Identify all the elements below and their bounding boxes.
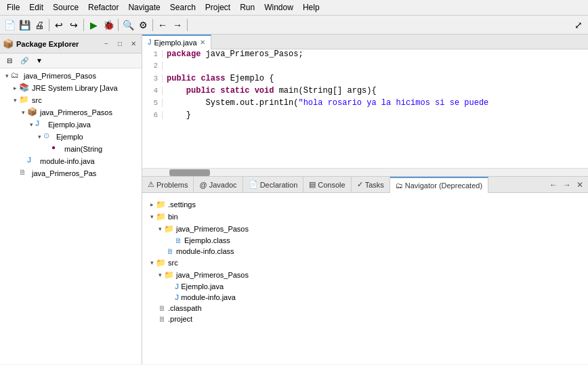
nav-item-settings[interactable]: ▸ 📁 .settings [145,198,585,211]
method-icon: ● [51,144,62,154]
menu-window[interactable]: Window [260,1,297,14]
nav-forward-btn[interactable]: → [561,180,573,190]
editor-tab-label: Ejemplo.java [154,39,197,47]
menu-project[interactable]: Project [201,1,234,14]
back-btn[interactable]: ← [156,18,169,32]
maximize-btn[interactable]: ⤢ [572,18,585,32]
forward-btn[interactable]: → [171,18,184,32]
java-tab-icon: J [148,39,152,46]
main-toolbar: 📄 💾 🖨 ↩ ↪ ▶ 🐞 🔍 ⚙ ← → ⤢ [0,16,588,35]
tree-item-ejemplo-class[interactable]: ▾ ⊙ Ejemplo [0,131,142,143]
tab-label: Problems [156,181,188,189]
arrow-right-icon: ▸ [150,201,154,208]
link-editor-btn[interactable]: 🔗 [18,54,31,68]
nav-item-ejemplo-java[interactable]: J Ejemplo.java [145,281,585,292]
tab-declaration[interactable]: 📄 Declaration [243,177,304,193]
navigator-tree: ▸ 📁 .settings ▾ 📁 bin ▾ [145,196,585,327]
debug-btn[interactable]: 🐞 [102,18,115,32]
nav-item-project-file[interactable]: 🗎 .project [145,314,585,324]
menu-search[interactable]: Search [166,1,200,14]
editor-tabs: J Ejemplo.java ✕ [142,35,588,49]
menu-help[interactable]: Help [299,1,324,14]
sep4 [152,19,153,31]
close-panel-btn[interactable]: ✕ [128,39,139,49]
package-icon: 📦 [27,107,38,118]
bottom-tabs: ⚠ Problems @ Javadoc 📄 Declaration ▤ Con… [142,177,588,193]
tree-item-jar[interactable]: 🗎 java_Primeros_Pas [0,167,142,179]
nav-item-src-pkg[interactable]: ▾ 📁 java_Primeros_Pasos [145,269,585,281]
java-file-icon: J [35,119,46,130]
java-file-icon2: J [175,293,179,301]
nav-back-btn[interactable]: ← [547,180,560,190]
collapse-all-btn[interactable]: ⊟ [3,54,16,68]
tree-item-module-info[interactable]: J module-info.java [0,155,142,167]
tab-console[interactable]: ▤ Console [303,177,351,193]
menu-edit[interactable]: Edit [25,1,47,14]
tree-item-src[interactable]: ▾ 📁 src [0,94,142,106]
run-btn[interactable]: ▶ [87,18,100,32]
tab-label: Tasks [365,181,384,189]
tree-label: Ejemplo [56,133,83,141]
tree-item-jre[interactable]: ▸ 📚 JRE System Library [Java [0,82,142,94]
print-btn[interactable]: 🖨 [33,18,46,32]
scroll-thumb[interactable] [169,169,210,176]
arrow-down-icon: ▾ [159,226,162,232]
folder-icon: 📁 [156,258,166,267]
package-explorer-tree: ▾ 🗂 java_Primeros_Pasos ▸ 📚 JRE System L… [0,68,142,364]
new-btn[interactable]: 📄 [3,18,16,32]
tree-item-main-method[interactable]: ● main(String [0,143,142,155]
bottom-toolbar-right: ← → ✕ [547,180,588,190]
code-content: package java_Primeros_Pasos; [167,49,303,59]
package-explorer-header: 📦 Package Explorer − □ ✕ [0,35,142,53]
nav-item-bin-pkg[interactable]: ▾ 📁 java_Primeros_Pasos [145,223,585,235]
expand-arrow: ▾ [27,121,35,128]
nav-item-module-java[interactable]: J module-info.java [145,292,585,303]
bottom-panel: ⚠ Problems @ Javadoc 📄 Declaration ▤ Con… [142,177,588,364]
editor-tab-ejemplo[interactable]: J Ejemplo.java ✕ [142,35,211,49]
redo-btn[interactable]: ↪ [67,18,81,32]
maximize-panel-btn[interactable]: □ [114,39,125,49]
tab-navigator[interactable]: 🗂 Navigator (Deprecated) [390,177,488,193]
tree-label: java_Primeros_Pasos [24,72,96,80]
refactor-btn[interactable]: ⚙ [136,18,150,32]
menu-source[interactable]: Source [49,1,83,14]
menu-file[interactable]: File [3,1,24,14]
menu-navigate[interactable]: Navigate [124,1,164,14]
code-line-1: 1 package java_Primeros_Pasos; [142,49,588,62]
nav-label: module-info.class [176,247,234,255]
expand-arrow: ▾ [3,72,11,79]
main-layout: 📦 Package Explorer − □ ✕ ⊟ 🔗 ▼ ▾ 🗂 java_… [0,35,588,364]
nav-item-module-class[interactable]: 🗎 module-info.class [145,246,585,257]
tab-javadoc[interactable]: @ Javadoc [194,177,243,193]
nav-item-classpath[interactable]: 🗎 .classpath [145,303,585,314]
tab-tasks[interactable]: ✓ Tasks [352,177,390,193]
menu-run[interactable]: Run [236,1,259,14]
nav-item-ejemplo-class[interactable]: 🗎 Ejemplo.class [145,235,585,246]
view-menu-btn[interactable]: ▼ [33,54,46,68]
close-tab-btn[interactable]: ✕ [200,39,205,46]
tree-item-project[interactable]: ▾ 🗂 java_Primeros_Pasos [0,70,142,82]
package-icon: 📦 [3,39,14,49]
search-btn[interactable]: 🔍 [121,18,135,32]
menu-refactor[interactable]: Refactor [84,1,123,14]
code-editor[interactable]: 1 package java_Primeros_Pasos; 2 3 publi… [142,49,588,168]
expand-arrow: ▾ [11,97,19,104]
jar-icon: 🗎 [19,168,30,179]
save-btn[interactable]: 💾 [18,18,31,32]
tree-item-ejemplo-java[interactable]: ▾ J Ejemplo.java [0,119,142,131]
tab-label: Declaration [260,181,298,189]
minimize-panel-btn[interactable]: − [101,39,112,49]
tree-label: java_Primeros_Pas [32,169,96,177]
code-line-6: 6 } [142,110,588,123]
close-bottom-btn[interactable]: ✕ [574,180,585,190]
nav-item-bin[interactable]: ▾ 📁 bin [145,211,585,223]
class-file-icon: 🗎 [175,236,182,244]
code-content: System.out.println("hola rosario ya la h… [167,98,488,108]
editor-scrollbar[interactable] [142,168,588,176]
undo-btn[interactable]: ↩ [52,18,66,32]
tree-item-package[interactable]: ▾ 📦 java_Primeros_Pasos [0,106,142,119]
nav-item-src[interactable]: ▾ 📁 src [145,257,585,269]
tab-problems[interactable]: ⚠ Problems [142,177,194,193]
code-content: } [167,110,191,120]
tasks-icon: ✓ [357,180,363,189]
